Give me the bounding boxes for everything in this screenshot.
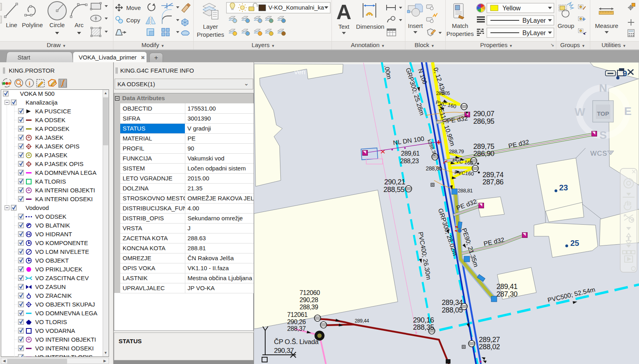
svg-text:286,95: 286,95 (473, 117, 494, 125)
svg-text:VO ZASCITNA CEV: VO ZASCITNA CEV (35, 275, 89, 281)
svg-text:288,23: 288,23 (400, 158, 419, 164)
svg-text:290,28: 290,28 (300, 297, 318, 303)
svg-text:9: 9 (623, 69, 627, 78)
svg-text:289,61: 289,61 (401, 150, 420, 157)
svg-text:A: A (336, 0, 351, 24)
svg-text:N: N (599, 82, 607, 94)
svg-text:VO OBJEKT: VO OBJEKT (35, 257, 69, 264)
svg-text:KA INTERNI OBJEKTI: KA INTERNI OBJEKTI (35, 187, 95, 194)
svg-text:VO LOM NIVELETE: VO LOM NIVELETE (35, 248, 89, 255)
svg-text:289,74: 289,74 (482, 171, 504, 179)
svg-text:Yellow: Yellow (502, 5, 521, 12)
svg-text:KA ODSEK: KA ODSEK (35, 117, 65, 123)
svg-text:ByLayer: ByLayer (522, 17, 546, 24)
svg-text:290,16: 290,16 (413, 316, 434, 324)
svg-text:Match: Match (452, 22, 468, 29)
svg-text:289,34: 289,34 (442, 299, 463, 307)
svg-text:Insert: Insert (408, 22, 423, 29)
svg-text:KA DOMNEVNA LEGA: KA DOMNEVNA LEGA (35, 169, 96, 176)
svg-text:Dimension: Dimension (356, 23, 385, 30)
svg-text:290,37: 290,37 (274, 347, 294, 354)
svg-text:712060: 712060 (300, 289, 320, 296)
svg-text:KA INTERNI ODSEKI: KA INTERNI ODSEKI (35, 196, 93, 202)
svg-text:Layer: Layer (203, 23, 218, 30)
svg-text:288,39: 288,39 (300, 304, 318, 311)
svg-text:W: W (575, 106, 585, 118)
svg-text:VO TLORIS: VO TLORIS (35, 318, 67, 325)
svg-text:289,75: 289,75 (473, 142, 494, 150)
svg-text:712061: 712061 (287, 311, 308, 318)
svg-text:286,90: 286,90 (473, 150, 494, 158)
svg-text:288,81: 288,81 (458, 188, 473, 194)
svg-text:Copy: Copy (126, 17, 141, 24)
svg-text:TOP: TOP (597, 110, 609, 117)
svg-text:Text: Text (338, 23, 349, 30)
svg-text:288,02: 288,02 (479, 343, 500, 351)
svg-text:KA PJASEK: KA PJASEK (35, 152, 67, 158)
svg-text:288,35: 288,35 (413, 323, 434, 331)
svg-text:VO INTERNI ODSEKI: VO INTERNI ODSEKI (35, 345, 94, 352)
svg-text:KA PODSEK: KA PODSEK (35, 125, 69, 132)
svg-text:287,86: 287,86 (482, 178, 504, 186)
svg-text:Line: Line (6, 22, 17, 28)
svg-text:VO KOMPONENTE: VO KOMPONENTE (35, 239, 88, 246)
svg-text:Properties: Properties (447, 30, 474, 37)
svg-text:VO DOMNEVNA LEGA: VO DOMNEVNA LEGA (35, 310, 97, 317)
svg-text:288,79: 288,79 (449, 148, 464, 154)
svg-text:VO ZRACNIK: VO ZRACNIK (35, 292, 72, 299)
svg-text:ČP O.Š. Livada: ČP O.Š. Livada (274, 338, 319, 346)
svg-text:VO OBJEKTI SKUPAJ: VO OBJEKTI SKUPAJ (35, 301, 95, 308)
svg-text:VOKA M 500: VOKA M 500 (20, 90, 55, 97)
svg-text:290,07: 290,07 (473, 110, 494, 118)
svg-text:KA TLORIS: KA TLORIS (35, 178, 66, 185)
svg-text:289,27: 289,27 (479, 336, 500, 344)
svg-text:Kanalizacija: Kanalizacija (26, 99, 58, 106)
svg-text:287,30: 287,30 (496, 290, 518, 298)
svg-text:KA JASEK: KA JASEK (35, 134, 64, 141)
svg-text:Circle: Circle (50, 22, 65, 28)
svg-text:VO ODSEK: VO ODSEK (35, 213, 66, 220)
svg-text:Arc: Arc (75, 22, 84, 28)
svg-text:Polyline: Polyline (22, 22, 43, 28)
svg-text:VO PRIKLJUCEK: VO PRIKLJUCEK (35, 266, 82, 273)
svg-text:VO HIDRANT: VO HIDRANT (35, 231, 72, 237)
svg-text:Move: Move (126, 4, 141, 11)
svg-text:Properties: Properties (197, 31, 224, 38)
svg-text:KA JASEK OPIS: KA JASEK OPIS (35, 143, 79, 150)
svg-text:E: E (624, 105, 632, 117)
svg-text:i: i (29, 80, 30, 87)
svg-text:V-KO_Komunalni_ka: V-KO_Komunalni_ka (268, 4, 324, 11)
svg-text:Vodovod: Vodovod (26, 204, 49, 211)
svg-text:288,55: 288,55 (383, 186, 405, 194)
svg-text:WCS: WCS (590, 150, 607, 157)
svg-text:ByLayer: ByLayer (522, 30, 546, 36)
svg-text:VO VODARNA: VO VODARNA (35, 327, 75, 334)
svg-text:290,26: 290,26 (287, 318, 306, 325)
svg-text:288,05: 288,05 (442, 306, 463, 314)
svg-text:VO INTERNI TLORIS: VO INTERNI TLORIS (35, 354, 93, 357)
svg-text:VO BLATNIK: VO BLATNIK (35, 222, 70, 229)
svg-text:25: 25 (570, 239, 579, 247)
svg-text:290,21: 290,21 (384, 178, 405, 186)
svg-text:289,41: 289,41 (496, 283, 518, 291)
svg-text:KA PUSCICE: KA PUSCICE (35, 108, 71, 115)
svg-text:289,44: 289,44 (355, 318, 369, 324)
svg-text:S: S (599, 129, 607, 141)
svg-text:VO INTERNI OBJEKTI: VO INTERNI OBJEKTI (35, 336, 96, 343)
svg-text:Group: Group (558, 22, 574, 29)
svg-text:KA PJASEK OPIS: KA PJASEK OPIS (35, 160, 83, 167)
svg-text:ven: ven (294, 68, 305, 76)
svg-text:VO ZASUN: VO ZASUN (35, 283, 66, 290)
svg-text:288,37: 288,37 (287, 325, 306, 332)
svg-text:Measure: Measure (595, 22, 618, 29)
svg-text:23: 23 (559, 183, 568, 192)
svg-text:288,80: 288,80 (426, 165, 442, 172)
